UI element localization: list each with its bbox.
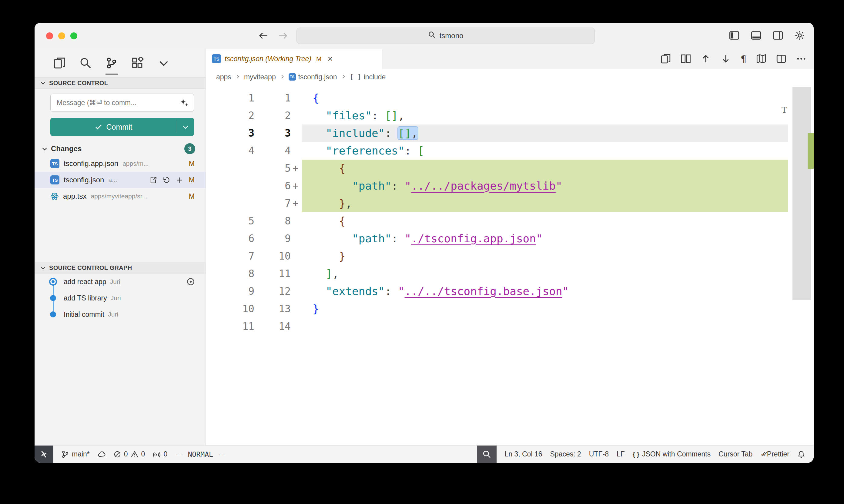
- code-line[interactable]: 33 "include": [],: [206, 125, 788, 142]
- chevron-down-icon: [41, 145, 48, 152]
- editor-toolbar: ¶: [660, 49, 806, 69]
- code-text: }: [302, 300, 788, 318]
- code-line[interactable]: 1114: [206, 318, 788, 335]
- changes-section-header[interactable]: Changes 3: [35, 142, 206, 156]
- cursor-tab-indicator[interactable]: Cursor Tab: [719, 450, 753, 458]
- minimize-window-button[interactable]: [58, 32, 65, 39]
- typescript-file-icon: TS: [212, 54, 221, 63]
- code-line[interactable]: 11{: [206, 89, 788, 107]
- commit-row[interactable]: Initial commitJuri: [35, 306, 206, 323]
- code-line[interactable]: 912 "extends": "../../tsconfig.base.json…: [206, 283, 788, 300]
- code-line[interactable]: 6+ "path": "../../packages/mytslib": [206, 177, 788, 195]
- goto-commit-icon[interactable]: [186, 277, 195, 286]
- commit-dropdown-button[interactable]: [177, 118, 194, 136]
- commit-dot: [48, 276, 58, 287]
- toggle-primary-sidebar-icon[interactable]: [729, 30, 740, 42]
- more-views-chevron-icon[interactable]: [158, 57, 170, 69]
- nav-back-icon[interactable]: [258, 30, 269, 42]
- toggle-panel-icon[interactable]: [751, 30, 761, 42]
- next-change-icon[interactable]: [721, 54, 731, 64]
- source-control-icon[interactable]: [105, 57, 118, 69]
- ports-indicator[interactable]: 0: [153, 450, 167, 458]
- code-line[interactable]: 710 }: [206, 248, 788, 265]
- extensions-icon[interactable]: [132, 57, 144, 69]
- breadcrumb-apps[interactable]: apps: [216, 73, 231, 81]
- notifications-bell[interactable]: [797, 450, 805, 458]
- indentation-indicator[interactable]: Spaces: 2: [550, 450, 581, 458]
- commit-graph-list: add react appJuriadd TS libraryJuriIniti…: [35, 273, 206, 323]
- compare-icon[interactable]: [681, 54, 691, 64]
- language-mode-indicator[interactable]: { } JSON with Comments: [633, 450, 711, 458]
- toggle-secondary-sidebar-icon[interactable]: [773, 30, 783, 42]
- chevron-down-icon: [40, 265, 46, 271]
- file-row[interactable]: TStsconfig.app.jsonapps/m...M: [35, 156, 206, 172]
- changes-count-badge: 3: [184, 143, 195, 154]
- commit-message: add react app: [64, 278, 106, 286]
- remote-indicator[interactable]: [35, 446, 53, 463]
- search-view-icon[interactable]: [80, 57, 91, 69]
- settings-gear-icon[interactable]: [794, 30, 805, 42]
- changes-label: Changes: [51, 144, 82, 153]
- chevron-right-icon: [235, 73, 240, 81]
- added-line-marker: [291, 230, 302, 248]
- breadcrumb-myviteapp[interactable]: myviteapp: [244, 73, 276, 81]
- zoom-indicator[interactable]: [477, 446, 497, 463]
- generate-commit-message-sparkle-icon[interactable]: [179, 98, 189, 108]
- code-line[interactable]: 5+ {: [206, 160, 788, 177]
- nav-forward-icon[interactable]: [278, 30, 289, 42]
- source-control-header[interactable]: SOURCE CONTROL: [35, 77, 206, 89]
- stage-icon[interactable]: [175, 176, 184, 184]
- diff-editor[interactable]: 11{22 "files": [],33 "include": [],44 "r…: [206, 85, 814, 445]
- map-icon[interactable]: [756, 54, 767, 64]
- breadcrumb-file[interactable]: TS tsconfig.json: [289, 73, 337, 81]
- status-bar: main* 0 0 0 -- NORMAL -- Ln 3, Col 16 Sp…: [35, 445, 814, 463]
- problems-indicator[interactable]: 0 0: [114, 450, 145, 458]
- breadcrumb-symbol-include[interactable]: [ ] include: [350, 73, 386, 81]
- formatter-indicator[interactable]: ✓✓ Prettier: [760, 450, 789, 458]
- new-line-number: 1: [254, 89, 291, 107]
- open-changes-icon[interactable]: [660, 54, 671, 64]
- close-tab-icon[interactable]: ×: [327, 54, 333, 63]
- commit-row[interactable]: add TS libraryJuri: [35, 290, 206, 306]
- file-row[interactable]: app.tsxapps/myviteapp/sr...M: [35, 188, 206, 204]
- commit-button[interactable]: Commit: [50, 118, 194, 136]
- more-actions-icon[interactable]: [796, 54, 806, 64]
- file-path: apps/myviteapp/sr...: [91, 193, 147, 200]
- branch-indicator[interactable]: main*: [61, 450, 90, 458]
- toggle-whitespace-icon[interactable]: ¶: [741, 54, 746, 64]
- code-line[interactable]: 811 ],: [206, 265, 788, 283]
- code-text: },: [302, 195, 788, 212]
- source-control-graph-header[interactable]: SOURCE CONTROL GRAPH: [35, 262, 206, 273]
- typescript-file-icon: TS: [289, 73, 296, 80]
- commit-row[interactable]: add react appJuri: [35, 273, 206, 290]
- close-window-button[interactable]: [46, 32, 53, 39]
- discard-icon[interactable]: [162, 176, 170, 184]
- code-line[interactable]: 44 "references": [: [206, 142, 788, 160]
- code-line[interactable]: 69 "path": "./tsconfig.app.json": [206, 230, 788, 248]
- code-text: "path": "../../packages/mytslib": [302, 177, 788, 195]
- bell-icon: [797, 450, 805, 458]
- explorer-icon[interactable]: [53, 57, 66, 69]
- command-center-search[interactable]: tsmono: [296, 28, 595, 44]
- activity-bar: [35, 49, 206, 77]
- split-editor-icon[interactable]: [776, 54, 787, 64]
- code-line[interactable]: 1013}: [206, 300, 788, 318]
- commit-message-input[interactable]: [50, 94, 194, 112]
- new-line-number: 14: [254, 318, 291, 335]
- code-line[interactable]: 22 "files": [],: [206, 107, 788, 125]
- publish-indicator[interactable]: [98, 450, 105, 458]
- eol-indicator[interactable]: LF: [617, 450, 625, 458]
- code-line[interactable]: 7+ },: [206, 195, 788, 212]
- maximize-window-button[interactable]: [70, 32, 77, 39]
- scrollbar-thumb[interactable]: [792, 87, 811, 300]
- vim-mode-indicator[interactable]: -- NORMAL --: [175, 450, 226, 458]
- editor-group: TS tsconfig.json (Working Tree) M ×: [206, 49, 814, 445]
- previous-change-icon[interactable]: [701, 54, 711, 64]
- encoding-indicator[interactable]: UTF-8: [589, 450, 609, 458]
- tab-tsconfig-working-tree[interactable]: TS tsconfig.json (Working Tree) M ×: [206, 49, 382, 69]
- cursor-position-indicator[interactable]: Ln 3, Col 16: [504, 450, 542, 458]
- code-line[interactable]: 58 {: [206, 212, 788, 230]
- search-query: tsmono: [440, 32, 464, 40]
- open-file-icon[interactable]: [149, 176, 157, 184]
- file-row[interactable]: TStsconfig.jsona...M: [35, 172, 206, 188]
